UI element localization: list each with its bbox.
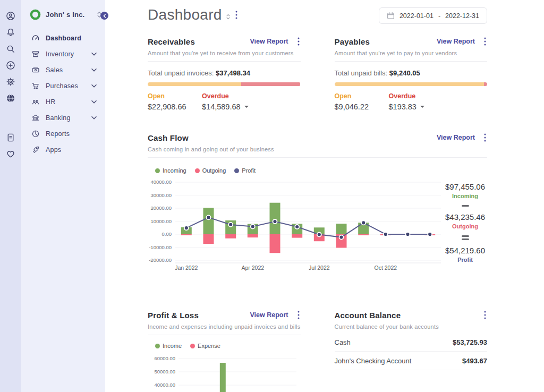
banking-bank-icon <box>31 114 40 122</box>
incoming-total: $97,455.06 <box>445 182 485 191</box>
cash-flow-legend: Incoming Outgoing Profit <box>155 167 487 174</box>
inventory-box-icon <box>31 50 40 58</box>
svg-text:40000.00: 40000.00 <box>154 382 175 388</box>
payables-progress-open <box>335 82 484 86</box>
documents-file-icon[interactable] <box>6 133 15 142</box>
sidebar-item-purchases[interactable]: Purchases <box>21 78 105 94</box>
notifications-bell-icon[interactable] <box>6 28 15 37</box>
cash-flow-title: Cash Flow <box>148 133 189 142</box>
payables-kebab-menu-icon[interactable] <box>483 36 487 47</box>
sidebar-item-label: Purchases <box>46 82 78 90</box>
user-account-icon[interactable] <box>6 11 15 21</box>
page-header: Dashboard 2022-01-01 - 2022-12-31 <box>148 6 487 29</box>
sidebar-item-hr[interactable]: HR <box>21 94 105 110</box>
income-legend-label: Income <box>163 343 182 349</box>
reports-pie-icon <box>31 130 40 138</box>
cash-flow-card: Cash Flow View Report Cash coming in and… <box>148 132 487 275</box>
profit-loss-subtitle: Income and expenses including unpaid inv… <box>148 323 301 335</box>
payables-open-label: Open <box>335 92 377 100</box>
sidebar-collapse-button[interactable] <box>100 12 108 20</box>
payables-overdue-label: Overdue <box>389 92 431 100</box>
receivables-view-report-link[interactable]: View Report <box>250 38 288 45</box>
favorites-heart-icon[interactable] <box>6 149 15 159</box>
sidebar-item-label: HR <box>46 98 55 106</box>
date-range-picker[interactable]: 2022-01-01 - 2022-12-31 <box>379 7 487 24</box>
svg-text:Jan 2022: Jan 2022 <box>175 265 198 271</box>
sidebar-item-label: Sales <box>46 66 63 74</box>
receivables-title: Receivables <box>148 37 195 46</box>
account-name: John's Checking Account <box>335 357 412 365</box>
svg-text:Oct 2022: Oct 2022 <box>374 265 397 271</box>
sidebar-item-sales[interactable]: Sales <box>21 62 105 78</box>
profit-loss-chart: 60000.0050000.0040000.0030000.0020000.00 <box>148 353 301 392</box>
cash-flow-kebab-menu-icon[interactable] <box>483 132 487 143</box>
svg-text:Apr 2022: Apr 2022 <box>241 265 264 271</box>
account-row: John's Checking Account $493.67 <box>335 352 488 370</box>
calendar-icon <box>387 12 395 20</box>
sidebar-item-inventory[interactable]: Inventory <box>21 46 105 62</box>
dashboard-kebab-menu-icon[interactable] <box>234 10 239 20</box>
sidebar-item-dashboard[interactable]: Dashboard <box>21 30 105 46</box>
expense-legend-label: Expense <box>198 343 220 349</box>
receivables-progress-bar <box>148 82 301 86</box>
receivables-open-value: $22,908.66 <box>148 103 190 111</box>
payables-overdue-value: $193.83 <box>389 103 416 111</box>
sidebar: John' s Inc. Dashboard Inventory Sales <box>21 0 105 392</box>
cash-flow-summary: $97,455.06 Incoming $43,235.46 Outgoing … <box>443 178 487 275</box>
profit-legend-dot <box>234 168 239 173</box>
sidebar-item-label: Apps <box>46 146 61 154</box>
svg-text:-10000.00: -10000.00 <box>149 244 172 250</box>
web-globe-icon[interactable] <box>6 93 15 103</box>
payables-open-value: $9,046.22 <box>335 103 377 111</box>
search-icon[interactable] <box>6 44 15 54</box>
sidebar-item-label: Reports <box>46 130 70 138</box>
sidebar-item-apps[interactable]: Apps <box>21 142 105 158</box>
receivables-open-label: Open <box>148 92 190 100</box>
account-value: $493.67 <box>462 357 487 365</box>
receivables-kebab-menu-icon[interactable] <box>296 36 301 47</box>
dashboard-switch-chevrons-icon[interactable] <box>226 13 231 20</box>
profit-loss-view-report-link[interactable]: View Report <box>250 311 288 319</box>
payables-total-value: $9,240.05 <box>389 69 420 77</box>
chevron-down-icon <box>90 98 98 106</box>
apps-rocket-icon <box>31 146 40 154</box>
date-range-start: 2022-01-01 <box>400 12 434 20</box>
cash-flow-view-report-link[interactable]: View Report <box>437 134 475 141</box>
receivables-total: Total unpaid invoices: $37,498.34 <box>148 69 301 77</box>
sidebar-item-reports[interactable]: Reports <box>21 126 105 142</box>
chevron-down-icon <box>90 66 98 74</box>
sidebar-item-banking[interactable]: Banking <box>21 110 105 126</box>
payables-total: Total unpaid bills: $9,240.05 <box>335 69 488 77</box>
receivables-progress-overdue <box>241 82 301 86</box>
receivables-total-value: $37,498.34 <box>216 69 250 77</box>
receivables-overdue-label: Overdue <box>202 92 249 100</box>
profit-loss-legend: Income Expense <box>155 343 301 349</box>
company-switcher[interactable]: John' s Inc. <box>21 0 105 27</box>
sidebar-nav: Dashboard Inventory Sales Purchases HR <box>21 27 105 158</box>
chevron-down-icon <box>90 114 98 122</box>
payables-view-report-link[interactable]: View Report <box>437 38 475 45</box>
payables-progress-bar <box>335 82 488 86</box>
outgoing-legend-dot <box>195 168 200 173</box>
profit-total-label: Profit <box>457 257 473 263</box>
settings-gear-icon[interactable] <box>6 77 15 87</box>
expense-legend-dot <box>190 344 195 348</box>
svg-text:40000.00: 40000.00 <box>150 179 172 185</box>
company-logo-icon <box>29 8 41 21</box>
payables-card: Payables View Report Amount that you're … <box>335 36 488 111</box>
overdue-dropdown-caret-icon[interactable] <box>420 106 424 108</box>
receivables-progress-open <box>148 82 241 86</box>
svg-text:50000.00: 50000.00 <box>154 369 175 374</box>
svg-text:30000.00: 30000.00 <box>150 192 172 198</box>
profit-loss-kebab-menu-icon[interactable] <box>296 310 301 320</box>
account-row: Cash $53,725.93 <box>335 333 488 352</box>
main-area: Dashboard 2022-01-01 - 2022-12-31 <box>105 0 544 392</box>
profit-loss-card: Profit & Loss View Report Income and exp… <box>148 310 301 392</box>
svg-text:Jul 2022: Jul 2022 <box>309 265 330 271</box>
account-balance-kebab-menu-icon[interactable] <box>483 310 487 320</box>
quick-add-plus-icon[interactable] <box>6 61 15 70</box>
account-balance-subtitle: Current balance of your bank accounts <box>335 323 488 332</box>
overdue-dropdown-caret-icon[interactable] <box>244 106 249 108</box>
chevron-down-icon <box>90 50 98 58</box>
cash-flow-chart: 40000.0030000.0020000.0010000.000.00-100… <box>148 178 443 275</box>
